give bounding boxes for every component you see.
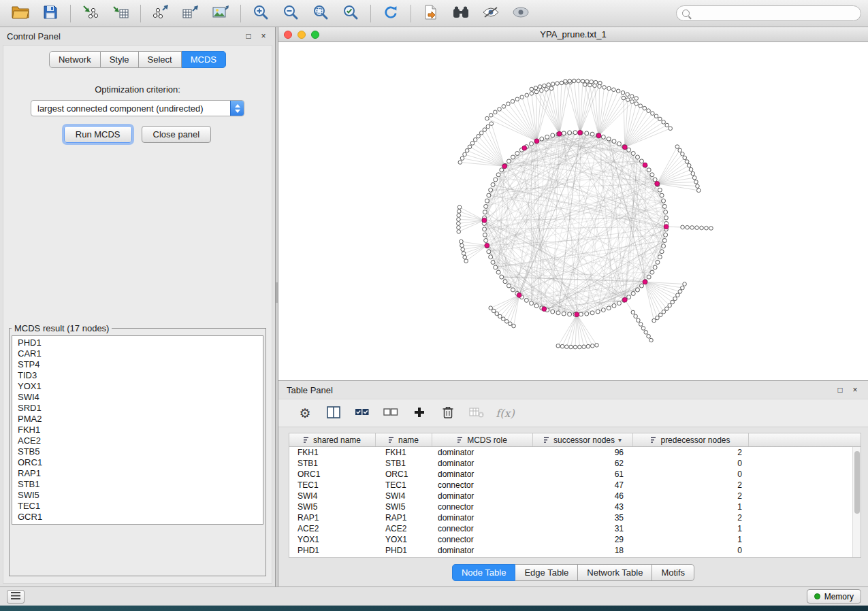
import-table-button[interactable]: [107, 3, 134, 24]
cell-mcds-role: dominator: [432, 513, 533, 523]
column-header-shared-name[interactable]: shared name: [289, 433, 376, 446]
search-input[interactable]: [694, 9, 855, 18]
tab-edge-table[interactable]: Edge Table: [515, 564, 578, 581]
mcds-result-item[interactable]: STP4: [12, 359, 263, 370]
cell-successor-nodes: 61: [533, 469, 633, 479]
float-table-panel-icon[interactable]: □: [835, 385, 845, 395]
cell-shared-name: ORC1: [289, 469, 376, 479]
scrollbar-thumb[interactable]: [854, 451, 860, 514]
zoom-fit-button[interactable]: [307, 3, 334, 24]
table-scrollbar[interactable]: [852, 447, 861, 557]
memory-button[interactable]: Memory: [807, 589, 861, 604]
mcds-result-item[interactable]: GCR1: [12, 512, 263, 523]
table-settings-button[interactable]: ⚙: [296, 403, 314, 423]
tab-network-table[interactable]: Network Table: [578, 564, 652, 581]
function-builder-button[interactable]: f(x): [496, 403, 514, 423]
column-header-name[interactable]: name: [376, 433, 432, 446]
refresh-view-button[interactable]: [377, 3, 404, 24]
network-canvas[interactable]: [278, 42, 868, 380]
mcds-result-item[interactable]: ACE2: [12, 435, 263, 446]
show-columns-button[interactable]: [325, 403, 342, 423]
splitter-grip[interactable]: [276, 282, 278, 303]
add-column-button[interactable]: [411, 403, 428, 423]
tab-mcds[interactable]: MCDS: [182, 51, 226, 68]
trash-icon: [442, 406, 454, 421]
node-table-header: shared name name MCDS role successor nod…: [289, 433, 861, 447]
cell-shared-name: TEC1: [289, 480, 376, 490]
table-row[interactable]: SWI4 SWI4 dominator 46 2: [289, 491, 861, 501]
mcds-result-list[interactable]: PHD1CAR1STP4TID3YOX1SWI4SRD1PMA2FKH1ACE2…: [12, 335, 263, 525]
zoom-fit-icon: [312, 4, 329, 22]
close-panel-icon[interactable]: ×: [259, 31, 268, 41]
mcds-result-item[interactable]: SWI5: [12, 490, 263, 501]
criterion-selected-value: largest connected component (undirected): [31, 103, 230, 114]
unselect-all-columns-button[interactable]: [382, 403, 400, 423]
table-row[interactable]: FKH1 FKH1 dominator 96 2: [289, 447, 861, 458]
zoom-out-button[interactable]: [277, 3, 304, 24]
delete-table-button[interactable]: [468, 403, 485, 423]
table-panel: Table Panel □ × ⚙ f(x): [278, 381, 868, 587]
task-history-button[interactable]: [7, 590, 25, 604]
table-row[interactable]: STB1 STB1 dominator 62 0: [289, 458, 861, 469]
close-table-panel-icon[interactable]: ×: [850, 385, 860, 395]
tab-select[interactable]: Select: [139, 51, 182, 68]
zoom-selected-button[interactable]: [337, 3, 364, 24]
column-header-successor-nodes[interactable]: successor nodes ▾: [533, 433, 633, 446]
cell-shared-name: FKH1: [289, 448, 376, 457]
import-network-button[interactable]: [77, 3, 104, 24]
column-header-predecessor-nodes[interactable]: predecessor nodes: [633, 433, 749, 446]
mcds-result-item[interactable]: ORC1: [12, 457, 263, 468]
table-row[interactable]: YOX1 YOX1 connector 29 1: [289, 534, 861, 545]
plus-icon: [413, 406, 425, 420]
mcds-result-item[interactable]: FKH1: [12, 425, 263, 435]
zoom-selected-icon: [342, 4, 359, 22]
mcds-result-item[interactable]: YOX1: [12, 381, 263, 392]
table-row[interactable]: RAP1 RAP1 dominator 35 2: [289, 512, 861, 523]
export-network-button[interactable]: [147, 3, 174, 24]
main-toolbar: [0, 0, 868, 27]
mcds-result-item[interactable]: SWI4: [12, 392, 263, 403]
select-all-columns-button[interactable]: [353, 403, 371, 423]
table-row[interactable]: SWI5 SWI5 connector 43 1: [289, 501, 861, 512]
table-row[interactable]: TEC1 TEC1 connector 47 2: [289, 480, 861, 491]
mcds-result-item[interactable]: STB1: [12, 479, 263, 490]
mcds-result-item[interactable]: RAP1: [12, 468, 263, 479]
save-session-button[interactable]: [37, 3, 64, 24]
tab-node-table[interactable]: Node Table: [452, 564, 516, 581]
zoom-in-button[interactable]: [247, 3, 274, 24]
mcds-result-item[interactable]: STB5: [12, 446, 263, 457]
mcds-result-item[interactable]: TID3: [12, 370, 263, 381]
cell-successor-nodes: 46: [533, 491, 633, 501]
mcds-result-item[interactable]: TEC1: [12, 501, 263, 512]
open-session-button[interactable]: [7, 3, 34, 24]
sort-icon: [389, 435, 395, 445]
mcds-result-item[interactable]: SRD1: [12, 403, 263, 414]
float-panel-icon[interactable]: □: [244, 31, 253, 41]
export-table-button[interactable]: [177, 3, 204, 24]
share-document-button[interactable]: [417, 3, 445, 24]
close-panel-button[interactable]: Close panel: [142, 126, 212, 143]
cell-predecessor-nodes: 0: [633, 546, 749, 555]
network-titlebar: YPA_prune.txt_1: [278, 27, 868, 42]
column-header-mcds-role[interactable]: MCDS role: [432, 433, 533, 446]
network-view-window: YPA_prune.txt_1: [278, 27, 868, 381]
table-row[interactable]: ORC1 ORC1 dominator 61 0: [289, 469, 861, 480]
table-row[interactable]: PHD1 PHD1 dominator 18 0: [289, 545, 861, 556]
table-row[interactable]: ACE2 ACE2 connector 31 1: [289, 523, 861, 534]
run-mcds-button[interactable]: Run MCDS: [64, 126, 132, 143]
mcds-result-item[interactable]: CAR1: [12, 348, 263, 359]
visual-details-button[interactable]: [477, 3, 504, 24]
show-hide-eye-button[interactable]: [507, 3, 534, 24]
mcds-result-item[interactable]: PHD1: [12, 337, 263, 348]
export-image-button[interactable]: [207, 3, 234, 24]
tab-style[interactable]: Style: [101, 51, 139, 68]
cell-name: ORC1: [376, 469, 432, 479]
mcds-result-item[interactable]: PMA2: [12, 414, 263, 425]
criterion-select[interactable]: largest connected component (undirected): [31, 100, 244, 116]
tab-network[interactable]: Network: [49, 51, 101, 68]
delete-column-button[interactable]: [439, 403, 457, 423]
search-network-button[interactable]: [447, 3, 475, 24]
tab-motifs[interactable]: Motifs: [652, 564, 694, 581]
control-panel-title: Control Panel: [7, 31, 61, 42]
zoom-in-icon: [253, 4, 269, 22]
